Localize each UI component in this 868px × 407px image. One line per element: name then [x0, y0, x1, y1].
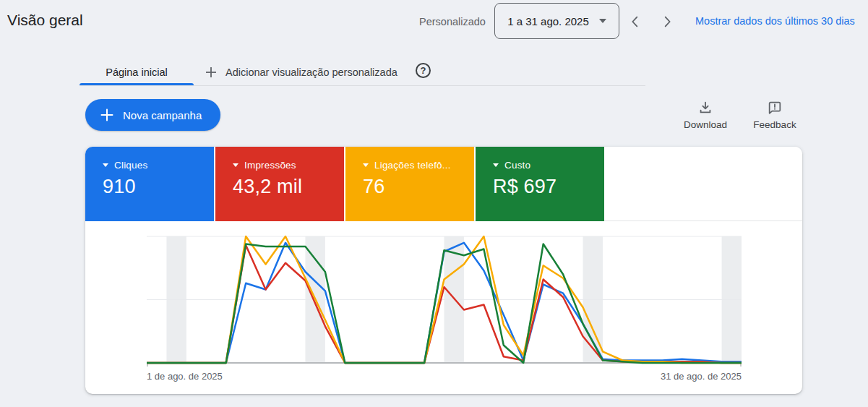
new-campaign-button[interactable]: Nova campanha: [85, 99, 220, 131]
help-glyph: ?: [421, 65, 426, 76]
metric-label-row: Custo: [493, 160, 604, 171]
tab-home[interactable]: Página inicial: [80, 61, 194, 84]
metric-name: Ligações telefô...: [374, 160, 451, 171]
chevron-down-icon: [599, 19, 606, 23]
metric-name: Cliques: [114, 160, 147, 171]
date-range-picker[interactable]: 1 a 31 ago. 2025: [494, 3, 619, 39]
chart-tools-area: Métricas Ajustar: [606, 147, 802, 220]
overview-chart-svg: [147, 233, 742, 367]
feedback-button[interactable]: Feedback: [747, 100, 802, 130]
feedback-icon: [767, 100, 783, 116]
previous-period-button[interactable]: [624, 11, 646, 33]
metric-label-row: Cliques: [103, 160, 214, 171]
overview-page: Visão geral Personalizado 1 a 31 ago. 20…: [0, 0, 868, 407]
chevron-down-icon: [103, 163, 108, 167]
date-range-mode-label: Personalizado: [419, 16, 486, 27]
show-last-30-days-link[interactable]: Mostrar dados dos últimos 30 dias: [695, 15, 855, 27]
page-title: Visão geral: [7, 12, 83, 29]
chevron-left-icon: [627, 14, 643, 30]
metric-cards-row: Cliques 910 Impressões 43,2 mil Ligações…: [85, 147, 802, 221]
chevron-down-icon: [493, 163, 499, 167]
metric-name: Custo: [504, 160, 530, 171]
help-icon[interactable]: ?: [416, 63, 431, 78]
metric-value: 910: [103, 176, 214, 198]
x-axis-labels: 1 de ago. de 2025 31 de ago. de 2025: [147, 371, 742, 382]
metric-value: 76: [363, 176, 474, 198]
tab-add-custom-view[interactable]: Adicionar visualização personalizada: [205, 61, 398, 84]
metric-card[interactable]: Impressões 43,2 mil: [215, 147, 344, 221]
metric-label-row: Ligações telefô...: [363, 160, 474, 171]
chevron-down-icon: [363, 163, 369, 167]
download-button[interactable]: Download: [678, 100, 733, 130]
tab-divider: [80, 85, 645, 86]
download-icon: [697, 100, 713, 116]
new-campaign-label: Nova campanha: [123, 109, 202, 121]
metric-card[interactable]: Custo R$ 697: [476, 147, 604, 221]
chevron-down-icon: [233, 163, 239, 167]
download-label: Download: [684, 119, 727, 130]
metric-value: 43,2 mil: [233, 176, 344, 198]
date-range-value: 1 a 31 ago. 2025: [507, 15, 589, 27]
performance-chart[interactable]: [147, 233, 742, 367]
metric-label-row: Impressões: [233, 160, 344, 171]
plus-icon: [100, 108, 114, 122]
overview-card: Cliques 910 Impressões 43,2 mil Ligações…: [85, 147, 802, 394]
x-axis-start-label: 1 de ago. de 2025: [147, 371, 223, 382]
chevron-right-icon: [659, 14, 675, 30]
next-period-button[interactable]: [656, 11, 678, 33]
metric-card[interactable]: Ligações telefô... 76: [345, 147, 474, 221]
feedback-label: Feedback: [753, 119, 796, 130]
metric-card[interactable]: Cliques 910: [85, 147, 214, 221]
plus-icon: [205, 66, 218, 79]
tab-add-custom-view-label: Adicionar visualização personalizada: [225, 67, 398, 78]
metric-name: Impressões: [244, 160, 296, 171]
x-axis-end-label: 31 de ago. de 2025: [661, 371, 742, 382]
metric-value: R$ 697: [493, 176, 604, 198]
